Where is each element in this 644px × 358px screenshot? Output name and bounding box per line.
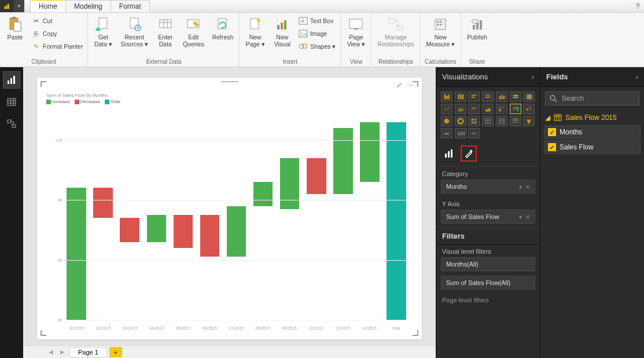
svg-rect-79 (474, 122, 476, 123)
selection-handle[interactable] (413, 330, 418, 336)
chevron-down-icon[interactable]: ▾ (519, 184, 522, 190)
viz-type-icon[interactable] (441, 104, 452, 114)
tab-home[interactable]: Home (30, 0, 66, 12)
selection-handle[interactable] (41, 330, 46, 336)
field-months[interactable]: ✓Months (544, 125, 641, 139)
viz-type-icon[interactable] (468, 128, 480, 138)
viz-type-icon[interactable] (523, 104, 535, 114)
viz-type-icon[interactable] (510, 92, 521, 102)
svg-rect-52 (460, 94, 462, 100)
viz-type-icon[interactable] (455, 92, 466, 102)
report-canvas[interactable]: ⤢ ⋯ Sum of Sales Flow by Months Increase… (37, 78, 422, 339)
edit-queries-button[interactable]: Edit Queries (181, 15, 207, 49)
paste-button[interactable]: Paste (3, 15, 27, 42)
recent-sources-button[interactable]: Recent Sources ▾ (118, 15, 150, 49)
bar-decrease[interactable] (200, 215, 220, 257)
viz-type-waterfall[interactable] (510, 104, 521, 114)
page-view-button[interactable]: Page View ▾ (344, 15, 367, 49)
image-button[interactable]: Image (297, 28, 337, 39)
drag-grip[interactable] (221, 80, 238, 83)
filter-sales-flow[interactable]: Sum of Sales Flow(All) (441, 276, 535, 290)
viz-type-icon[interactable] (441, 92, 452, 102)
checkbox-checked-icon[interactable]: ✓ (548, 128, 556, 136)
new-visual-button[interactable]: New Visual (271, 15, 294, 49)
bar-increase[interactable] (147, 215, 167, 242)
fields-tab-icon[interactable] (441, 145, 457, 162)
filter-months[interactable]: Months(All) (441, 257, 535, 271)
svg-rect-51 (458, 94, 459, 100)
nav-model-icon[interactable] (3, 116, 20, 132)
bar-decrease[interactable] (307, 158, 326, 194)
help-icon[interactable]: ? (631, 0, 644, 12)
group-calculations: Calculations (420, 57, 461, 67)
get-data-button[interactable]: Get Data ▾ (91, 15, 115, 49)
nav-report-icon[interactable] (3, 72, 20, 88)
new-page-button[interactable]: New Page ▾ (243, 15, 267, 49)
viz-type-icon[interactable] (468, 104, 480, 114)
x-tick: 10/2015 (303, 326, 329, 330)
viz-type-icon[interactable] (455, 104, 466, 114)
qat-dropdown[interactable]: ▾ (14, 0, 24, 12)
viz-type-icon[interactable] (455, 116, 466, 126)
viz-type-icon[interactable] (496, 104, 507, 114)
viz-type-icon[interactable]: 123 (455, 128, 466, 138)
field-sales-flow[interactable]: ✓Sales Flow (544, 140, 641, 154)
bar-total[interactable] (387, 122, 406, 320)
viz-type-icon[interactable] (523, 116, 535, 126)
page-tab-1[interactable]: Page 1 (69, 347, 107, 357)
collapse-icon[interactable]: › (532, 72, 534, 81)
bar-decrease[interactable] (93, 188, 113, 218)
page-next-icon[interactable]: ▶ (58, 349, 67, 355)
chevron-down-icon[interactable]: ▾ (519, 214, 522, 220)
viz-type-icon[interactable] (468, 92, 480, 102)
category-label: Category (436, 167, 540, 178)
viz-type-icon[interactable] (510, 116, 521, 126)
tab-modeling[interactable]: Modeling (65, 0, 111, 12)
bar-decrease[interactable] (174, 215, 193, 248)
viz-type-icon[interactable] (482, 104, 494, 114)
viz-type-icon[interactable] (482, 116, 494, 126)
collapse-icon[interactable]: › (636, 72, 638, 81)
selection-handle[interactable] (41, 81, 46, 87)
viz-type-icon[interactable] (523, 92, 535, 102)
category-well[interactable]: Months▾✕ (441, 180, 535, 193)
remove-icon[interactable]: ✕ (525, 214, 530, 220)
shapes-button[interactable]: Shapes ▾ (297, 41, 337, 52)
cut-button[interactable]: ✂Cut (30, 15, 84, 27)
bar-increase[interactable] (280, 158, 300, 209)
manage-relationships-button[interactable]: Manage Relationships (375, 15, 416, 49)
viz-type-icon[interactable] (482, 92, 494, 102)
checkbox-checked-icon[interactable]: ✓ (548, 143, 556, 151)
enter-data-button[interactable]: Enter Data (154, 15, 177, 49)
add-page-button[interactable]: + (109, 347, 122, 357)
more-options-icon[interactable]: ⋯ (407, 81, 414, 89)
bar-increase[interactable] (333, 128, 353, 194)
new-measure-button[interactable]: New Measure ▾ (424, 15, 457, 49)
publish-button[interactable]: Publish (465, 15, 489, 42)
collapse-triangle-icon: ◢ (545, 114, 550, 122)
nav-data-icon[interactable] (3, 94, 20, 110)
bar-increase[interactable] (227, 206, 246, 257)
remove-icon[interactable]: ✕ (525, 184, 530, 190)
textbox-button[interactable]: AText Box (297, 15, 337, 27)
format-painter-button[interactable]: ✎Format Painter (30, 41, 84, 52)
bar-decrease[interactable] (120, 218, 139, 242)
fields-search[interactable]: Search (545, 92, 639, 105)
bar-increase[interactable] (253, 182, 273, 206)
focus-mode-icon[interactable]: ⤢ (396, 81, 402, 89)
viz-type-icon[interactable] (441, 116, 452, 126)
bar-increase[interactable] (67, 188, 86, 320)
bar-increase[interactable] (360, 122, 380, 182)
viz-type-icon[interactable] (441, 128, 452, 138)
viz-type-icon[interactable] (468, 116, 480, 126)
page-prev-icon[interactable]: ◀ (46, 349, 56, 355)
table-sales-flow[interactable]: ◢Sales Flow 2015 (544, 111, 641, 124)
refresh-button[interactable]: Refresh (210, 15, 236, 42)
viz-type-icon[interactable] (496, 116, 507, 126)
tab-format[interactable]: Format (111, 0, 150, 12)
format-tab-icon[interactable] (461, 145, 477, 162)
waterfall-chart[interactable]: Sum of Sales Flow by Months Increase Dec… (46, 93, 413, 333)
copy-button[interactable]: ⎘Copy (30, 28, 84, 39)
yaxis-well[interactable]: Sum of Sales Flow▾✕ (441, 210, 535, 224)
viz-type-icon[interactable] (496, 92, 507, 102)
